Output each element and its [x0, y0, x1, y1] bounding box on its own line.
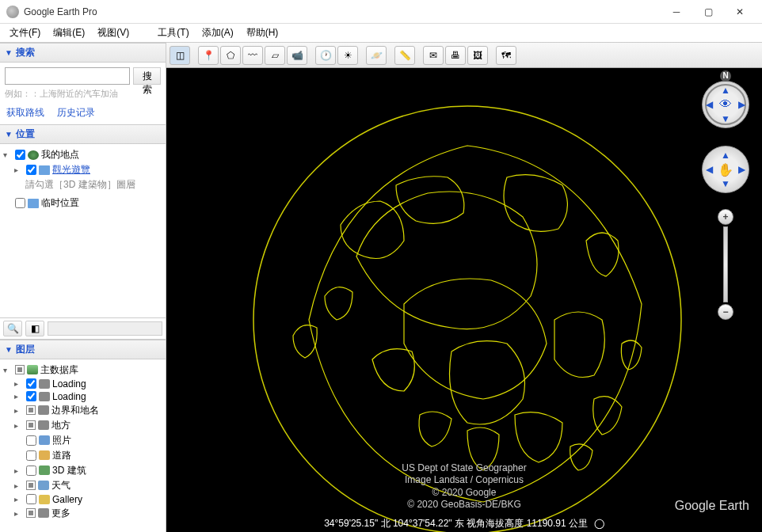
- hand-icon: ✋: [718, 162, 733, 177]
- search-button[interactable]: 搜索: [133, 67, 161, 85]
- layer-label[interactable]: Loading: [52, 378, 86, 390]
- sidebar: ▼ 搜索 搜索 例如：：上海附近的汽车加油 获取路线 历史记录 ▼ 位置 ▾ 我…: [0, 43, 166, 532]
- layer-label[interactable]: Loading: [52, 391, 86, 402]
- menu-add[interactable]: 添加(A): [196, 25, 240, 41]
- hint-label: 請勾選［3D 建築物］圖層: [25, 178, 135, 192]
- layer-icon: [39, 466, 50, 475]
- layer-label[interactable]: 道路: [52, 449, 71, 462]
- primary-db-checkbox[interactable]: [15, 365, 25, 374]
- sightseeing-checkbox[interactable]: [26, 165, 36, 175]
- history-link[interactable]: 历史记录: [57, 106, 95, 120]
- layer-icon: [39, 495, 50, 504]
- layer-label[interactable]: 天气: [51, 479, 70, 492]
- layer-row: ▸Gallery: [14, 493, 162, 506]
- layer-label[interactable]: Gallery: [52, 494, 82, 505]
- layer-checkbox[interactable]: [26, 466, 36, 476]
- main-toolbar: ◫ 📍 ⬠ 〰 ▱ 📹 🕐 ☀ 🪐 📏 ✉ 🖶 🖼 🗺: [166, 43, 762, 68]
- planet-icon[interactable]: 🪐: [366, 46, 387, 65]
- places-panel: ▾ 我的地点 ▸ 觀光遊覽 請勾選［3D 建築物］圖層 临时位置: [0, 144, 166, 317]
- layer-label[interactable]: 地方: [51, 419, 70, 432]
- layer-row: 道路: [14, 448, 162, 463]
- minimize-button[interactable]: ─: [661, 1, 692, 23]
- image-overlay-icon[interactable]: ▱: [265, 46, 285, 65]
- close-button[interactable]: ✕: [724, 1, 756, 23]
- pan-control[interactable]: ▲ ▼ ◀ ▶ ✋: [702, 146, 749, 193]
- search-places-icon[interactable]: 🔍: [3, 321, 22, 336]
- expand-icon[interactable]: ▾: [3, 366, 13, 374]
- zoom-track[interactable]: [723, 226, 728, 302]
- layers-panel-header[interactable]: ▼ 图层: [0, 340, 166, 359]
- search-panel: 搜索 例如：：上海附近的汽车加油 获取路线 历史记录: [0, 63, 166, 124]
- view-in-maps-icon[interactable]: 🗺: [496, 46, 516, 65]
- placemark-icon[interactable]: 📍: [198, 46, 219, 65]
- menu-view[interactable]: 视图(V): [91, 25, 135, 41]
- layer-checkbox[interactable]: [26, 405, 36, 415]
- layer-label[interactable]: 更多: [51, 507, 70, 520]
- email-icon[interactable]: ✉: [423, 46, 444, 65]
- zoom-out-button[interactable]: −: [718, 304, 733, 320]
- myplaces-checkbox[interactable]: [15, 150, 25, 160]
- expand-icon[interactable]: ▾: [3, 150, 13, 159]
- expand-icon[interactable]: ▸: [14, 481, 24, 490]
- layer-checkbox[interactable]: [26, 481, 36, 490]
- layer-checkbox[interactable]: [26, 420, 36, 430]
- places-panel-header[interactable]: ▼ 位置: [0, 124, 166, 144]
- collapse-icon: ▼: [5, 345, 13, 354]
- expand-icon[interactable]: ▸: [14, 421, 24, 430]
- menu-file[interactable]: 文件(F): [3, 25, 47, 41]
- zoom-in-button[interactable]: +: [718, 209, 733, 225]
- save-image-icon[interactable]: 🖼: [467, 46, 488, 65]
- layer-icon: [38, 481, 49, 490]
- layer-label[interactable]: 边界和地名: [51, 404, 99, 417]
- layer-row: ▸边界和地名: [14, 403, 162, 418]
- sunlight-icon[interactable]: ☀: [337, 46, 358, 65]
- temp-checkbox[interactable]: [15, 198, 25, 208]
- expand-icon[interactable]: ▸: [14, 495, 24, 504]
- ruler-icon[interactable]: 📏: [394, 46, 415, 65]
- zoom-control[interactable]: + −: [718, 209, 733, 320]
- menu-edit[interactable]: 编辑(E): [47, 25, 91, 41]
- layer-checkbox[interactable]: [26, 378, 36, 389]
- layer-row: ▸Loading: [14, 390, 162, 403]
- layer-checkbox[interactable]: [26, 450, 36, 461]
- maximize-button[interactable]: ▢: [692, 1, 724, 23]
- hide-sidebar-icon[interactable]: ◫: [170, 46, 190, 65]
- primary-db-label[interactable]: 主数据库: [40, 363, 78, 377]
- expand-icon[interactable]: ▸: [14, 509, 24, 518]
- layer-label[interactable]: 照片: [52, 434, 71, 447]
- expand-icon[interactable]: ▸: [14, 379, 24, 388]
- layers-panel: ▾ 主数据库 ▸Loading▸Loading▸边界和地名▸地方照片道路▸3D …: [0, 359, 166, 533]
- print-icon[interactable]: 🖶: [445, 46, 466, 65]
- status-bar: 34°59'25.15" 北 104°37'54.22" 东 视角海拔高度 11…: [324, 517, 604, 530]
- menu-help[interactable]: 帮助(H): [240, 25, 285, 41]
- expand-icon[interactable]: ▸: [14, 392, 24, 401]
- expand-icon[interactable]: ▸: [14, 406, 24, 415]
- menu-tools[interactable]: 工具(T): [151, 25, 195, 41]
- history-icon[interactable]: 🕐: [315, 46, 336, 65]
- temp-label[interactable]: 临时位置: [41, 196, 79, 210]
- earth-icon: [28, 150, 39, 160]
- path-icon[interactable]: 〰: [242, 46, 263, 65]
- search-input[interactable]: [5, 67, 130, 85]
- expand-icon[interactable]: ▸: [14, 165, 24, 174]
- search-title: 搜索: [16, 46, 35, 59]
- places-title: 位置: [16, 127, 35, 141]
- compass-control[interactable]: N ▲ ▼ ◀ ▶ 👁: [702, 81, 749, 128]
- layer-checkbox[interactable]: [26, 508, 36, 518]
- panel-toggle-icon[interactable]: ◧: [25, 321, 44, 336]
- expand-icon[interactable]: ▸: [14, 466, 24, 475]
- layer-checkbox[interactable]: [26, 494, 36, 504]
- search-panel-header[interactable]: ▼ 搜索: [0, 43, 166, 63]
- layer-icon: [38, 420, 49, 430]
- layer-checkbox[interactable]: [26, 435, 36, 446]
- layer-label[interactable]: 3D 建筑: [52, 464, 86, 477]
- polygon-icon[interactable]: ⬠: [220, 46, 241, 65]
- get-route-link[interactable]: 获取路线: [6, 106, 44, 120]
- map-viewport[interactable]: ◫ 📍 ⬠ 〰 ▱ 📹 🕐 ☀ 🪐 📏 ✉ 🖶 🖼 🗺: [166, 43, 762, 532]
- opacity-slider[interactable]: [48, 321, 162, 336]
- app-icon: [6, 6, 19, 18]
- record-tour-icon[interactable]: 📹: [287, 46, 307, 65]
- sightseeing-label[interactable]: 觀光遊覽: [52, 163, 90, 177]
- layer-checkbox[interactable]: [26, 391, 36, 401]
- myplaces-label[interactable]: 我的地点: [41, 148, 79, 162]
